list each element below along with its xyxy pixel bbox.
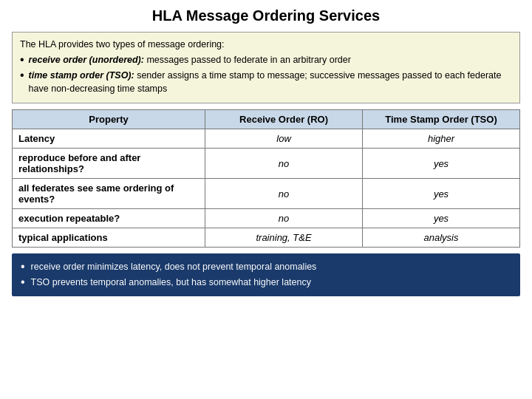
- table-row: all federates see same ordering of event…: [13, 179, 520, 209]
- row-2-ro: no: [205, 179, 363, 209]
- footer-box: • receive order minimizes latency, does …: [12, 253, 520, 296]
- col-header-property: Property: [13, 110, 205, 129]
- page-title: HLA Message Ordering Services: [12, 7, 520, 24]
- row-1-tso: yes: [363, 149, 520, 179]
- intro-opening: The HLA provides two types of message or…: [20, 38, 512, 52]
- footer-bullet-icon-2: •: [21, 275, 25, 290]
- properties-table: Property Receive Order (RO) Time Stamp O…: [12, 109, 520, 248]
- table-row: Latencylowhigher: [13, 129, 520, 149]
- intro-box: The HLA provides two types of message or…: [12, 32, 520, 103]
- footer-bullet1-text: receive order minimizes latency, does no…: [31, 259, 317, 274]
- row-3-ro: no: [205, 209, 363, 228]
- ro-header-text: Receive Order (RO): [239, 114, 328, 125]
- footer-bullet2-text: TSO prevents temporal anomalies, but has…: [31, 275, 311, 290]
- row-3-property: execution repeatable?: [13, 209, 205, 228]
- bullet-icon-1: •: [20, 54, 24, 66]
- intro-bullet2-text: time stamp order (TSO): sender assigns a…: [29, 69, 512, 97]
- intro-bullet1-rest: messages passed to federate in an arbitr…: [144, 55, 351, 65]
- table-row: typical applicationstraining, T&Eanalysi…: [13, 228, 520, 248]
- table-row: execution repeatable?noyes: [13, 209, 520, 228]
- tso-header-text: Time Stamp Order (TSO): [385, 114, 497, 125]
- row-4-property: typical applications: [13, 228, 205, 248]
- intro-bullet2-prefix: time stamp order (TSO):: [29, 70, 134, 81]
- intro-bullet2: • time stamp order (TSO): sender assigns…: [20, 69, 512, 97]
- row-2-property: all federates see same ordering of event…: [13, 179, 205, 209]
- footer-bullet2-row: • TSO prevents temporal anomalies, but h…: [21, 275, 511, 290]
- row-2-tso: yes: [363, 179, 520, 209]
- col-header-tso: Time Stamp Order (TSO): [363, 110, 520, 129]
- row-0-tso: higher: [363, 129, 520, 149]
- row-1-ro: no: [205, 149, 363, 179]
- row-0-ro: low: [205, 129, 363, 149]
- intro-bullet1-prefix: receive order (unordered):: [29, 55, 144, 65]
- table-header-row: Property Receive Order (RO) Time Stamp O…: [13, 110, 520, 129]
- col-header-ro: Receive Order (RO): [205, 110, 363, 129]
- bullet-icon-2: •: [20, 69, 24, 81]
- row-0-property: Latency: [13, 129, 205, 149]
- row-1-property: reproduce before and after relationships…: [13, 149, 205, 179]
- table-row: reproduce before and after relationships…: [13, 149, 520, 179]
- row-3-tso: yes: [363, 209, 520, 228]
- row-4-tso: analysis: [363, 228, 520, 248]
- intro-bullet1-text: receive order (unordered): messages pass…: [29, 53, 351, 67]
- page: HLA Message Ordering Services The HLA pr…: [0, 0, 532, 399]
- row-4-ro: training, T&E: [205, 228, 363, 248]
- footer-bullet1-row: • receive order minimizes latency, does …: [21, 259, 511, 275]
- intro-bullet1: • receive order (unordered): messages pa…: [20, 53, 512, 67]
- footer-bullet-icon-1: •: [21, 259, 25, 275]
